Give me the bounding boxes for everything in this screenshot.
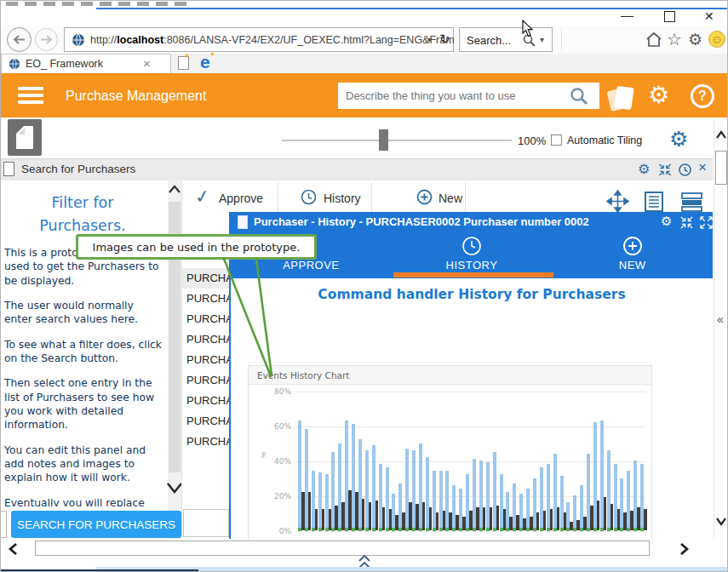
popup-heading: Command handler History for Purchasers [231,287,713,302]
list-item[interactable]: PURCHAS [182,411,229,432]
list-item[interactable]: PURCHAS [182,432,229,452]
home-icon[interactable] [645,31,662,48]
chart-bar-marker [547,528,550,531]
chart-bar-marker [493,528,496,531]
filter-paragraph: You can edit this panel and add notes an… [4,443,163,485]
vscroll-thumb[interactable] [715,151,727,185]
menu-hamburger-icon[interactable] [18,87,43,104]
list-item[interactable]: PURCHAS [182,350,229,370]
chart-bar-marker [398,528,402,531]
popup-tab-new[interactable]: NEW [552,232,713,278]
list-item[interactable]: PURCHAS [182,268,229,289]
popup-collapse-icon[interactable] [680,216,693,229]
auto-tiling-checkbox[interactable] [551,134,562,146]
chart-card: Events History Chart % 80%60%40%20%0% [248,365,652,539]
help-icon[interactable]: ? [691,84,714,108]
toolbar-gear-icon[interactable]: ⚙ [669,127,688,152]
popup-tab-history[interactable]: HISTORY [392,232,553,278]
panel-expander-icon[interactable]: « [717,312,724,326]
list-item[interactable]: PURCHAS [182,391,229,411]
zoom-slider-track[interactable] [282,140,512,141]
panel-history-icon[interactable] [678,163,692,177]
move-arrows-icon[interactable] [606,190,629,213]
chart-bar-marker [305,528,308,531]
new-tab-star-icon: * [185,51,189,64]
browser-search-box[interactable]: Search... ▾ [459,27,553,52]
new-tab-button[interactable]: * [176,55,195,72]
url-bar[interactable]: http://localhost:8086/LANSA-VF24/EX2/UF_… [64,27,454,52]
navbar-divider [561,28,562,51]
back-button[interactable] [7,27,32,52]
chart-ytick-label: 0% [262,527,291,535]
url-host: localhost [117,34,163,46]
chart-bar-marker [459,528,462,531]
mouse-cursor [522,20,534,37]
chart-bar-marker [318,528,322,531]
command-tab-divider2 [371,182,372,216]
url-dropdown-icon[interactable]: ▾ [427,35,432,44]
chart-ytick-label: 80% [262,387,291,396]
tab-close-icon[interactable]: × [143,56,151,71]
panel-collapse-icon[interactable] [658,163,672,176]
list-view-icon[interactable] [645,192,663,212]
callout-note: Images can be used in the prototype. [76,234,317,260]
notes-cards-icon[interactable] [607,84,636,112]
settings-gear-icon[interactable]: ⚙ [688,30,702,49]
edge-icon: e [200,52,210,72]
tab-globe-icon [9,58,20,70]
command-tab-divider [278,182,278,216]
panel-close-icon[interactable]: × [698,159,707,176]
close-button[interactable]: ✕ [704,9,714,23]
chart-bar-marker [331,528,335,531]
feedback-smiley-icon[interactable]: ☺ [708,31,725,48]
history-clock-icon-white [461,236,482,256]
chart-bar-marker [620,528,623,531]
vscroll-up-icon[interactable] [715,130,727,140]
refresh-icon[interactable]: ↻ [439,31,450,47]
chart-bar-marker [580,528,583,531]
command-tab-history[interactable]: History [324,192,361,205]
app-search-input[interactable] [338,83,599,109]
horizontal-scroll-track[interactable] [35,541,650,556]
list-item[interactable]: PURCHAS [182,329,229,350]
stacked-rows-icon[interactable] [681,192,702,212]
scroll-left-icon[interactable] [8,542,18,556]
maximize-button[interactable] [664,11,675,22]
filter-paragraph: The user would normally enter search val… [4,299,163,327]
filter-scroll-down-icon[interactable] [166,481,183,495]
search-dropdown-icon[interactable]: ▾ [540,35,544,44]
command-tab-new[interactable]: New [439,192,462,205]
filter-heading-line1: Filter for [1,192,164,214]
list-item[interactable]: PURCHAS [182,370,229,391]
chart-bar-marker [600,528,604,531]
help-question-mark: ? [698,89,707,104]
forward-button[interactable] [35,28,58,51]
browser-tab[interactable]: EO_ Framework × [1,54,171,73]
purchaser-list: PURCHASPURCHASPURCHASPURCHASPURCHASPURCH… [182,268,229,452]
popup-gear-icon[interactable]: ⚙ [661,214,672,229]
app-search-icon[interactable] [570,87,588,106]
panel-gear-icon[interactable]: ⚙ [638,161,650,177]
vscroll-down-icon[interactable] [715,517,727,526]
favorites-star-icon[interactable]: ☆ [667,29,682,49]
popup-expand-icon[interactable] [700,216,713,229]
clipped-input-box [0,511,7,538]
auto-tiling-label[interactable]: Automatic Tiling [567,134,642,146]
command-tab-approve[interactable]: Approve [219,192,263,205]
app-settings-gear-icon[interactable]: ⚙ [648,81,669,109]
popup-tab-approve-label: APPROVE [283,259,339,272]
chart-bar-marker [365,528,369,531]
chart-bar-marker [614,528,617,531]
scroll-right-icon[interactable] [679,542,690,556]
list-item[interactable]: PURCHAS [182,289,229,309]
edge-launch-button[interactable]: e * [198,54,219,72]
document-tool-icon[interactable] [8,119,42,156]
chart-bar-marker [479,528,483,531]
chart-bar-marker [587,528,590,531]
list-item[interactable]: PURCHAS [182,309,229,329]
minimize-button[interactable]: — [621,8,633,22]
chart-bar-marker [633,528,637,531]
zoom-slider-thumb[interactable] [379,129,388,151]
search-for-purchasers-button[interactable]: SEARCH FOR PURCHASERS [11,511,181,538]
filter-scroll-up-icon[interactable] [169,185,181,193]
